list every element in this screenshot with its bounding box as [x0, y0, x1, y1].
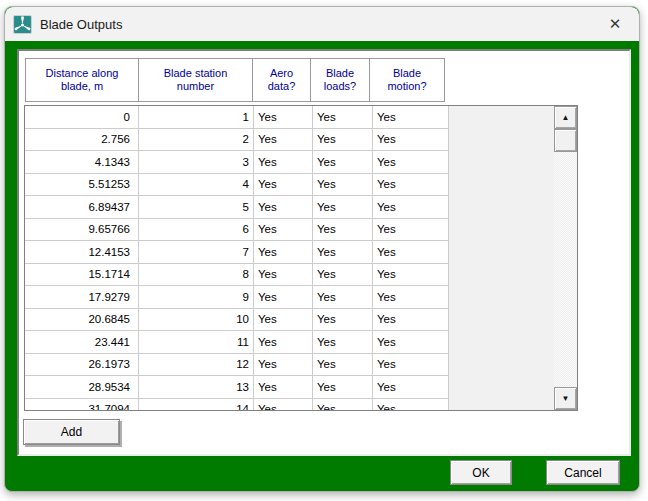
cell-blade-motion[interactable]: Yes — [373, 129, 449, 151]
cell-distance[interactable]: 5.51253 — [25, 174, 139, 196]
cell-station[interactable]: 5 — [139, 196, 254, 218]
table-row: 31.7094 14 Yes Yes Yes — [25, 399, 449, 411]
cell-distance[interactable]: 0 — [25, 106, 139, 128]
table-row: 9.65766 6 Yes Yes Yes — [25, 219, 449, 242]
scroll-up-icon: ▲ — [562, 114, 570, 122]
table-row: 17.9279 9 Yes Yes Yes — [25, 286, 449, 309]
column-header-station: Blade station number — [138, 58, 253, 102]
cell-distance[interactable]: 26.1973 — [25, 354, 139, 376]
cell-blade-loads[interactable]: Yes — [313, 129, 373, 151]
scroll-up-button[interactable]: ▲ — [554, 106, 577, 129]
cell-distance[interactable]: 31.7094 — [25, 399, 139, 411]
table-row: 2.756 2 Yes Yes Yes — [25, 129, 449, 152]
table-row: 15.1714 8 Yes Yes Yes — [25, 264, 449, 287]
cell-station[interactable]: 8 — [139, 264, 254, 286]
cell-aero-data[interactable]: Yes — [254, 151, 313, 173]
cell-blade-motion[interactable]: Yes — [373, 331, 449, 353]
cell-aero-data[interactable]: Yes — [254, 241, 313, 263]
cell-station[interactable]: 13 — [139, 376, 254, 398]
cell-aero-data[interactable]: Yes — [254, 399, 313, 411]
cell-aero-data[interactable]: Yes — [254, 129, 313, 151]
cell-distance[interactable]: 6.89437 — [25, 196, 139, 218]
title-bar[interactable]: Blade Outputs ✕ — [5, 7, 639, 41]
cell-blade-loads[interactable]: Yes — [313, 151, 373, 173]
vertical-scrollbar[interactable]: ▲ ▼ — [554, 106, 577, 410]
table-rows: 0 1 Yes Yes Yes 2.756 2 Yes Yes Yes 4.13… — [25, 106, 449, 410]
cell-blade-motion[interactable]: Yes — [373, 376, 449, 398]
cell-station[interactable]: 10 — [139, 309, 254, 331]
cell-blade-motion[interactable]: Yes — [373, 219, 449, 241]
cell-station[interactable]: 12 — [139, 354, 254, 376]
cell-blade-motion[interactable]: Yes — [373, 151, 449, 173]
cell-station[interactable]: 7 — [139, 241, 254, 263]
ok-button[interactable]: OK — [450, 460, 512, 485]
cell-blade-motion[interactable]: Yes — [373, 309, 449, 331]
cell-blade-motion[interactable]: Yes — [373, 286, 449, 308]
cell-aero-data[interactable]: Yes — [254, 106, 313, 128]
close-icon[interactable]: ✕ — [605, 14, 625, 34]
cell-blade-loads[interactable]: Yes — [313, 264, 373, 286]
cell-distance[interactable]: 2.756 — [25, 129, 139, 151]
cell-blade-motion[interactable]: Yes — [373, 174, 449, 196]
cell-blade-motion[interactable]: Yes — [373, 196, 449, 218]
cell-aero-data[interactable]: Yes — [254, 286, 313, 308]
cell-blade-loads[interactable]: Yes — [313, 174, 373, 196]
table-row: 0 1 Yes Yes Yes — [25, 106, 449, 129]
cell-aero-data[interactable]: Yes — [254, 219, 313, 241]
cell-aero-data[interactable]: Yes — [254, 264, 313, 286]
cell-blade-loads[interactable]: Yes — [313, 376, 373, 398]
add-button[interactable]: Add — [23, 419, 120, 445]
cell-distance[interactable]: 23.441 — [25, 331, 139, 353]
scrollbar-thumb[interactable] — [554, 129, 577, 152]
content-panel: Distance along blade, m Blade station nu… — [17, 49, 631, 456]
scroll-down-button[interactable]: ▼ — [554, 387, 577, 410]
cell-station[interactable]: 6 — [139, 219, 254, 241]
cell-blade-loads[interactable]: Yes — [313, 219, 373, 241]
cell-blade-loads[interactable]: Yes — [313, 331, 373, 353]
cell-blade-loads[interactable]: Yes — [313, 196, 373, 218]
cell-aero-data[interactable]: Yes — [254, 354, 313, 376]
cell-distance[interactable]: 4.1343 — [25, 151, 139, 173]
cell-station[interactable]: 1 — [139, 106, 254, 128]
cell-blade-motion[interactable]: Yes — [373, 106, 449, 128]
table-row: 12.4153 7 Yes Yes Yes — [25, 241, 449, 264]
cell-distance[interactable]: 20.6845 — [25, 309, 139, 331]
table-row: 20.6845 10 Yes Yes Yes — [25, 309, 449, 332]
cell-station[interactable]: 9 — [139, 286, 254, 308]
cell-station[interactable]: 3 — [139, 151, 254, 173]
cell-distance[interactable]: 28.9534 — [25, 376, 139, 398]
table-body-region: 0 1 Yes Yes Yes 2.756 2 Yes Yes Yes 4.13… — [24, 105, 578, 411]
cell-station[interactable]: 2 — [139, 129, 254, 151]
cell-blade-loads[interactable]: Yes — [313, 106, 373, 128]
cell-station[interactable]: 14 — [139, 399, 254, 411]
cell-station[interactable]: 4 — [139, 174, 254, 196]
cell-aero-data[interactable]: Yes — [254, 309, 313, 331]
column-header-distance: Distance along blade, m — [25, 58, 139, 102]
cell-distance[interactable]: 15.1714 — [25, 264, 139, 286]
cell-blade-loads[interactable]: Yes — [313, 399, 373, 411]
cell-aero-data[interactable]: Yes — [254, 331, 313, 353]
window-title: Blade Outputs — [40, 17, 122, 32]
cell-aero-data[interactable]: Yes — [254, 376, 313, 398]
table-row: 26.1973 12 Yes Yes Yes — [25, 354, 449, 377]
cell-blade-loads[interactable]: Yes — [313, 286, 373, 308]
wind-turbine-icon — [13, 15, 32, 34]
cell-aero-data[interactable]: Yes — [254, 174, 313, 196]
cell-station[interactable]: 11 — [139, 331, 254, 353]
table-row: 4.1343 3 Yes Yes Yes — [25, 151, 449, 174]
cell-blade-motion[interactable]: Yes — [373, 354, 449, 376]
table-row: 6.89437 5 Yes Yes Yes — [25, 196, 449, 219]
cell-blade-motion[interactable]: Yes — [373, 399, 449, 411]
cell-aero-data[interactable]: Yes — [254, 196, 313, 218]
cell-distance[interactable]: 12.4153 — [25, 241, 139, 263]
cancel-button[interactable]: Cancel — [546, 460, 620, 485]
cell-blade-loads[interactable]: Yes — [313, 241, 373, 263]
cell-distance[interactable]: 17.9279 — [25, 286, 139, 308]
cell-blade-loads[interactable]: Yes — [313, 354, 373, 376]
column-header-loads: Blade loads? — [310, 58, 370, 102]
table-header: Distance along blade, m Blade station nu… — [25, 58, 445, 102]
cell-blade-motion[interactable]: Yes — [373, 264, 449, 286]
cell-blade-loads[interactable]: Yes — [313, 309, 373, 331]
cell-blade-motion[interactable]: Yes — [373, 241, 449, 263]
cell-distance[interactable]: 9.65766 — [25, 219, 139, 241]
